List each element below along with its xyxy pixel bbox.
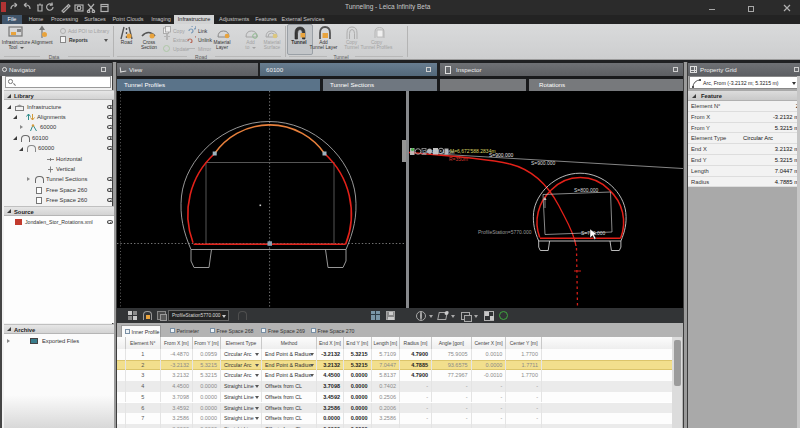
svg-text:S=900.000: S=900.000 (531, 160, 556, 166)
svg-text:ProfileStation=5770.000: ProfileStation=5770.000 (478, 229, 532, 235)
svg-text:S=800.000: S=800.000 (574, 187, 599, 193)
svg-text:S=900.000: S=900.000 (489, 152, 514, 158)
svg-text:R=350m: R=350m (449, 156, 468, 162)
